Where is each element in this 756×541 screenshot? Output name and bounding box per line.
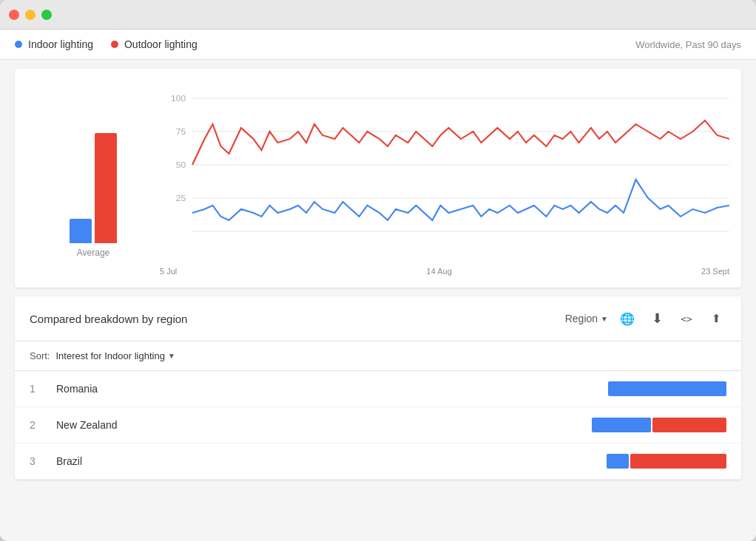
globe-icon-btn[interactable]: 🌐 <box>617 308 638 329</box>
svg-text:75: 75 <box>176 127 186 135</box>
sort-dropdown[interactable]: Interest for Indoor lighting ▼ <box>55 350 175 361</box>
legend-items: Indoor lighting Outdoor lighting <box>15 38 198 50</box>
x-label-1: 5 Jul <box>160 267 177 276</box>
chart-container: Average 100 75 50 25 <box>27 81 729 276</box>
scope-label: Worldwide, Past 90 days <box>635 39 741 50</box>
sort-label: Sort: <box>30 350 50 361</box>
download-icon-btn[interactable]: ⬇ <box>647 308 667 329</box>
region-dropdown-arrow: ▼ <box>601 315 608 323</box>
indoor-dot <box>15 41 22 48</box>
region-name-3: Brazil <box>56 455 595 467</box>
svg-text:100: 100 <box>171 94 186 102</box>
breakdown-title: Compared breakdown by region <box>30 313 187 325</box>
breakdown-header: Compared breakdown by region Region ▼ 🌐 … <box>15 296 741 341</box>
bar-group <box>70 81 117 243</box>
region-dropdown[interactable]: Region ▼ <box>565 313 608 324</box>
x-label-2: 14 Aug <box>427 267 452 276</box>
legend-bar: Indoor lighting Outdoor lighting Worldwi… <box>0 30 756 60</box>
download-icon: ⬇ <box>652 310 663 327</box>
outdoor-label: Outdoor lighting <box>124 38 198 50</box>
region-rank-3: 3 <box>30 455 44 467</box>
region-name-2: New Zealand <box>56 419 580 431</box>
table-row: 3 Brazil <box>15 443 741 480</box>
share-icon-btn[interactable]: ⬆ <box>706 308 726 329</box>
svg-text:50: 50 <box>176 160 186 169</box>
region-bars-2 <box>592 418 726 432</box>
breakdown-controls: Region ▼ 🌐 ⬇ <> ⬆ <box>565 308 726 329</box>
share-icon: ⬆ <box>712 312 721 325</box>
table-row: 1 Romania <box>15 371 741 407</box>
app-window: Indoor lighting Outdoor lighting Worldwi… <box>0 0 756 541</box>
close-button[interactable] <box>9 10 19 20</box>
sort-value: Interest for Indoor lighting <box>55 350 164 361</box>
x-axis-labels: 5 Jul 14 Aug 23 Sept <box>160 264 729 276</box>
bar-outdoor <box>95 133 117 243</box>
code-icon: <> <box>681 313 692 324</box>
region-bars-1 <box>608 381 726 396</box>
indoor-line <box>192 180 729 220</box>
legend-item-indoor[interactable]: Indoor lighting <box>15 38 93 50</box>
region-label: Region <box>565 313 598 324</box>
region-rank-1: 1 <box>30 383 44 395</box>
region-bar-red-3 <box>630 454 726 469</box>
sort-dropdown-arrow: ▼ <box>168 352 175 360</box>
bar-label: Average <box>77 248 109 258</box>
region-bar-blue-3 <box>607 454 629 469</box>
outdoor-dot <box>111 41 118 48</box>
region-bars-3 <box>607 454 726 469</box>
bar-chart: Average <box>27 81 160 276</box>
line-chart-svg: 100 75 50 25 <box>160 84 729 261</box>
chart-section: Average 100 75 50 25 <box>15 69 741 287</box>
svg-text:25: 25 <box>176 194 186 202</box>
region-bar-blue-2 <box>592 418 651 432</box>
code-icon-btn[interactable]: <> <box>676 308 697 329</box>
maximize-button[interactable] <box>41 10 52 20</box>
breakdown-section: Compared breakdown by region Region ▼ 🌐 … <box>15 296 741 480</box>
sort-bar: Sort: Interest for Indoor lighting ▼ <box>15 341 741 371</box>
titlebar <box>0 0 756 30</box>
main-content: Indoor lighting Outdoor lighting Worldwi… <box>0 30 756 541</box>
table-row: 2 New Zealand <box>15 407 741 443</box>
region-bar-blue-1 <box>608 381 726 396</box>
minimize-button[interactable] <box>25 10 36 20</box>
indoor-label: Indoor lighting <box>28 38 93 50</box>
region-rank-2: 2 <box>30 419 44 431</box>
bar-indoor <box>70 219 92 243</box>
outdoor-line <box>192 120 729 165</box>
legend-item-outdoor[interactable]: Outdoor lighting <box>111 38 198 50</box>
x-label-3: 23 Sept <box>701 267 729 276</box>
region-bar-red-2 <box>652 418 726 432</box>
region-name-1: Romania <box>56 383 596 395</box>
globe-icon: 🌐 <box>620 312 635 326</box>
line-chart-area: 100 75 50 25 5 Jul 14 Aug 23 Sept <box>160 84 729 276</box>
